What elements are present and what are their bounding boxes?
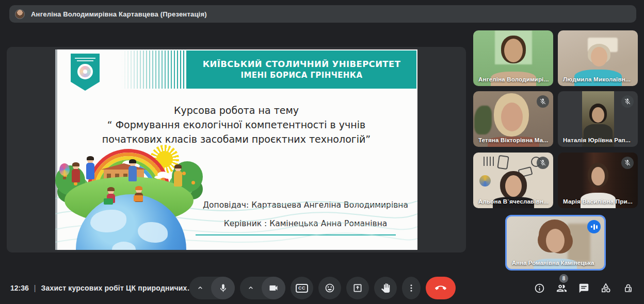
call-controls: CC — [189, 277, 456, 299]
speaking-indicator-icon — [587, 220, 601, 233]
meet-window: Ангеліна Володимирівна Картавцева (Презе… — [0, 0, 644, 304]
mic-button[interactable] — [211, 277, 235, 299]
logo-text-line — [75, 58, 95, 59]
present-screen-button[interactable] — [346, 277, 369, 299]
reactions-button[interactable] — [318, 277, 341, 299]
slide-credits: Доповідач: Картавцева Ангеліна Володимир… — [202, 200, 409, 228]
people-button[interactable]: 8 — [555, 281, 568, 295]
slide-presenter-line: Доповідач: Картавцева Ангеліна Володимир… — [202, 200, 409, 210]
divider: | — [34, 284, 36, 292]
meeting-info: 12:36 | Захист курсових робіт ЦК природн… — [10, 277, 196, 299]
host-controls-button[interactable] — [621, 281, 635, 295]
university-name-line2: ІМЕНІ БОРИСА ГРІНЧЕНКА — [187, 71, 416, 80]
chat-icon — [578, 283, 589, 294]
slide-title-line2: “ Формування екологічної компетентності … — [55, 117, 417, 132]
participant-name: Людмила Миколаївн... — [563, 76, 631, 82]
logo-flower-emblem — [77, 64, 93, 79]
participant-tile[interactable]: Ангеліна Володимирі... — [473, 30, 553, 86]
university-logo — [71, 54, 100, 91]
presenter-avatar — [15, 9, 25, 19]
book-graphic — [104, 198, 113, 205]
active-speaker-tile[interactable]: Анна Романівна Камінецька — [505, 215, 606, 271]
info-icon — [534, 283, 545, 294]
lock-icon — [623, 283, 634, 294]
mic-off-icon — [621, 157, 634, 169]
end-call-icon — [435, 282, 446, 294]
captions-icon: CC — [296, 284, 308, 293]
slide-title-line1: Курсова робота на тему — [55, 103, 417, 117]
mic-off-icon — [621, 95, 634, 108]
participant-name: Тетяна Вікторівна Ма... — [478, 137, 548, 143]
banner-stripes-fade — [121, 50, 187, 89]
end-call-button[interactable] — [426, 277, 456, 299]
university-banner: КИЇВСЬКИЙ СТОЛИЧНИЙ УНІВЕРСИТЕТ ІМЕНІ БО… — [187, 50, 416, 89]
clock-time: 12:36 — [10, 284, 29, 292]
camera-button[interactable] — [262, 277, 285, 299]
meeting-details-button[interactable] — [533, 281, 546, 295]
hand-icon — [381, 283, 390, 293]
presentation-tile[interactable]: КИЇВСЬКИЙ СТОЛИЧНИЙ УНІВЕРСИТЕТ ІМЕНІ БО… — [7, 47, 466, 252]
logo-text-line — [77, 60, 93, 61]
slide-title: Курсова робота на тему “ Формування екол… — [55, 103, 417, 146]
slide-illustration — [56, 145, 207, 250]
cloud-graphic — [157, 172, 169, 178]
more-vertical-icon — [407, 283, 416, 293]
slide-underline — [196, 234, 396, 235]
hot-air-balloon-graphic — [59, 163, 70, 176]
camera-control-group — [240, 277, 285, 299]
book-graphic — [134, 195, 143, 201]
participant-name: Наталія Юріївна Рап... — [563, 137, 631, 143]
participant-name: Ангеліна Володимирі... — [478, 76, 549, 82]
activities-shapes-icon — [600, 282, 611, 294]
people-icon — [556, 282, 568, 294]
participant-tile[interactable]: Тетяна Вікторівна Ма... — [473, 91, 553, 147]
more-options-button[interactable] — [402, 277, 421, 299]
mic-control-group — [189, 277, 235, 299]
activities-button[interactable] — [599, 281, 613, 295]
slide-supervisor-line: Керівник : Камінецька Анна Романівна — [202, 219, 409, 228]
slide-title-line3: початкових класів засобами проєктних тех… — [55, 132, 417, 146]
participant-tile[interactable]: Наталія Юріївна Рап... — [558, 91, 638, 147]
presenter-banner-name: Ангеліна Володимирівна Картавцева (Презе… — [31, 10, 207, 18]
university-name-line1: КИЇВСЬКИЙ СТОЛИЧНИЙ УНІВЕРСИТЕТ — [187, 59, 416, 69]
camera-options-chevron[interactable] — [240, 277, 262, 299]
mic-off-icon — [537, 157, 549, 169]
presenter-banner: Ангеліна Володимирівна Картавцева (Презе… — [9, 5, 636, 23]
participant-tile[interactable]: Марія Василівна При... — [558, 153, 638, 208]
emoji-icon — [325, 283, 335, 293]
raise-hand-button[interactable] — [374, 277, 397, 299]
mic-options-chevron[interactable] — [189, 277, 211, 299]
chat-button[interactable] — [577, 281, 590, 295]
side-panel-controls: 8 — [533, 277, 635, 299]
mic-off-icon — [537, 95, 549, 108]
captions-button[interactable]: CC — [291, 277, 313, 299]
meeting-name: Захист курсових робіт ЦК природничих дис… — [41, 284, 196, 292]
participant-tile[interactable]: Альона В`ячеславівн... — [473, 153, 553, 208]
participant-name: Марія Василівна При... — [563, 198, 633, 205]
participant-name: Альона В`ячеславівн... — [478, 198, 549, 205]
presentation-slide: КИЇВСЬКИЙ СТОЛИЧНИЙ УНІВЕРСИТЕТ ІМЕНІ БО… — [55, 49, 417, 250]
participant-count-badge: 8 — [559, 274, 568, 283]
participant-name: Анна Романівна Камінецька — [512, 260, 594, 266]
present-icon — [352, 283, 363, 293]
participant-tile[interactable]: Людмила Миколаївн... — [558, 30, 638, 86]
